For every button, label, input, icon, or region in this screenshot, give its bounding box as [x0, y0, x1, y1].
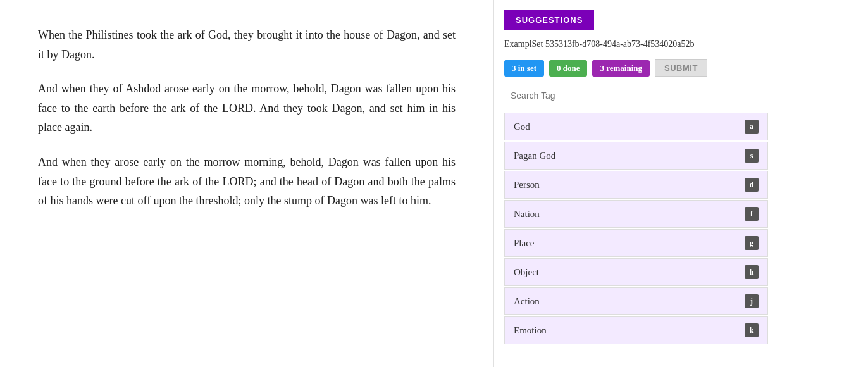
remaining-badge: 3 remaining — [592, 60, 650, 77]
tag-item-god[interactable]: Goda — [504, 113, 768, 140]
search-tag-input[interactable] — [504, 85, 768, 106]
tag-label: Place — [514, 238, 534, 249]
paragraph-1: When the Philistines took the ark of God… — [38, 25, 456, 64]
tag-item-place[interactable]: Placeg — [504, 229, 768, 257]
tag-key-badge: j — [745, 294, 759, 308]
tag-item-pagan-god[interactable]: Pagan Gods — [504, 142, 768, 170]
tag-label: God — [514, 121, 530, 132]
tag-key-badge: s — [745, 149, 759, 163]
tag-item-person[interactable]: Persond — [504, 171, 768, 199]
paragraph-2: And when they of Ashdod arose early on t… — [38, 79, 456, 137]
tag-item-object[interactable]: Objecth — [504, 258, 768, 286]
main-content: When the Philistines took the ark of God… — [0, 0, 493, 367]
tag-key-badge: k — [745, 323, 759, 337]
tag-item-emotion[interactable]: Emotionk — [504, 316, 768, 344]
tag-key-badge: g — [745, 236, 759, 250]
tag-item-action[interactable]: Actionj — [504, 287, 768, 315]
done-badge: 0 done — [549, 60, 587, 77]
tag-label: Pagan God — [514, 151, 555, 161]
tag-key-badge: d — [745, 178, 759, 192]
submit-button[interactable]: SUBMIT — [655, 59, 707, 77]
sidebar: SUGGESTIONS ExamplSet 535313fb-d708-494a… — [493, 0, 778, 367]
suggestions-button[interactable]: SUGGESTIONS — [504, 10, 594, 30]
example-set-id: ExamplSet 535313fb-d708-494a-ab73-4f5340… — [504, 37, 768, 51]
tag-label: Object — [514, 267, 539, 278]
tag-label: Emotion — [514, 325, 547, 336]
tag-key-badge: h — [745, 265, 759, 279]
tag-label: Nation — [514, 209, 540, 220]
tag-key-badge: a — [745, 120, 759, 134]
tag-label: Person — [514, 180, 540, 190]
paragraph-3: And when they arose early on the morrow … — [38, 152, 456, 211]
tag-key-badge: f — [745, 207, 759, 221]
tag-list: GodaPagan GodsPersondNationfPlacegObject… — [504, 113, 768, 345]
badges-row: 3 in set 0 done 3 remaining SUBMIT — [504, 59, 768, 77]
in-set-badge: 3 in set — [504, 60, 544, 77]
tag-label: Action — [514, 296, 540, 307]
tag-item-nation[interactable]: Nationf — [504, 200, 768, 228]
